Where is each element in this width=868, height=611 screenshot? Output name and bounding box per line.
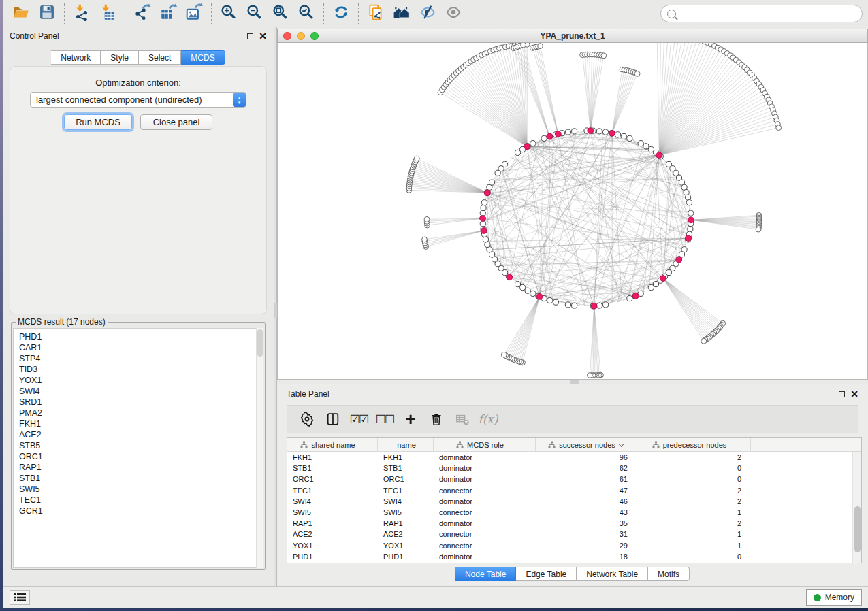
mcds-result-list[interactable]: PHD1CAR1STP4TID3YOX1SWI4SRD1PMA2FKH1ACE2… bbox=[13, 328, 263, 568]
network-graph[interactable] bbox=[278, 43, 868, 380]
table-row[interactable]: YOX1 YOX1 connector 29 1 bbox=[287, 540, 861, 551]
mcds-result-item[interactable]: TID3 bbox=[19, 364, 263, 375]
search-input[interactable] bbox=[679, 9, 862, 18]
column-header[interactable]: predecessor nodes bbox=[637, 438, 751, 451]
mcds-result-item[interactable]: STB5 bbox=[19, 440, 263, 451]
toolbar-separator bbox=[125, 3, 125, 24]
control-panel: Control Panel ✕ NetworkStyleSelectMCDS O… bbox=[3, 27, 274, 586]
column-header[interactable]: name bbox=[378, 438, 434, 451]
zoom-out-button[interactable] bbox=[242, 2, 268, 25]
table-row[interactable]: PHD1 PHD1 dominator 18 0 bbox=[287, 551, 861, 562]
close-panel-icon[interactable]: ✕ bbox=[850, 391, 858, 397]
table-row[interactable]: ORC1 ORC1 dominator 61 0 bbox=[287, 474, 861, 484]
hierarchy-icon bbox=[300, 441, 308, 448]
table-panel-header: Table Panel ✕ bbox=[277, 384, 868, 403]
task-list-button[interactable] bbox=[10, 590, 30, 605]
mcds-result-item[interactable]: PHD1 bbox=[19, 331, 263, 342]
mcds-result-item[interactable]: STP4 bbox=[19, 353, 263, 364]
table-mode-gear-button[interactable] bbox=[295, 408, 319, 431]
open-session-button[interactable] bbox=[8, 2, 34, 25]
network-canvas[interactable] bbox=[277, 43, 868, 380]
optimization-criterion-select[interactable]: largest connected component (undirected)… bbox=[30, 92, 246, 108]
eye-icon bbox=[445, 3, 462, 24]
scrollbar-thumb[interactable] bbox=[257, 329, 263, 357]
table-row[interactable]: TEC1 TEC1 connector 47 2 bbox=[287, 485, 861, 496]
show-eye-button[interactable] bbox=[440, 2, 466, 25]
eye-slash-icon bbox=[419, 3, 436, 24]
add-column-button[interactable]: + bbox=[399, 408, 422, 431]
table-row[interactable]: STB1 STB1 dominator 62 0 bbox=[287, 463, 861, 474]
delete-columns-button[interactable] bbox=[425, 408, 448, 431]
mcds-result-item[interactable]: TEC1 bbox=[19, 495, 263, 506]
hide-selected-button[interactable] bbox=[415, 2, 440, 25]
table-row[interactable]: SWI4 SWI4 dominator 46 2 bbox=[287, 496, 861, 507]
import-table-icon bbox=[99, 3, 116, 24]
import-table-button[interactable] bbox=[95, 2, 120, 25]
control-panel-tab[interactable]: Style bbox=[101, 50, 139, 65]
toolbar-separator bbox=[358, 3, 359, 24]
export-network-button[interactable] bbox=[129, 2, 155, 25]
network-view-titlebar[interactable]: YPA_prune.txt_1 bbox=[277, 29, 868, 43]
mcds-result-item[interactable]: RAP1 bbox=[19, 462, 263, 473]
table-tab[interactable]: Edge Table bbox=[516, 567, 577, 581]
table-row[interactable]: FKH1 FKH1 dominator 96 2 bbox=[287, 452, 861, 463]
splitter-handle[interactable] bbox=[570, 380, 579, 384]
close-panel-button[interactable]: Close panel bbox=[140, 114, 212, 130]
control-panel-tab[interactable]: MCDS bbox=[181, 50, 225, 65]
mcds-result-item[interactable]: GCR1 bbox=[19, 506, 263, 516]
column-header[interactable]: MCDS role bbox=[434, 438, 536, 451]
mcds-result-item[interactable]: FKH1 bbox=[19, 418, 263, 429]
mcds-result-item[interactable]: ACE2 bbox=[19, 429, 263, 440]
control-panel-tab[interactable]: Select bbox=[139, 50, 181, 65]
table-tab[interactable]: Node Table bbox=[455, 567, 517, 581]
control-panel-tab[interactable]: Network bbox=[51, 50, 101, 65]
delete-table-button bbox=[451, 408, 474, 431]
mcds-result-item[interactable]: STB1 bbox=[19, 473, 263, 484]
zoom-in-icon bbox=[220, 3, 238, 24]
table-row[interactable]: ACE2 ACE2 connector 31 1 bbox=[287, 529, 861, 540]
search-field[interactable] bbox=[660, 5, 863, 22]
column-header[interactable]: shared name bbox=[287, 438, 378, 451]
table-tab[interactable]: Network Table bbox=[577, 567, 648, 581]
export-image-button[interactable] bbox=[181, 2, 207, 25]
clone-network-button[interactable] bbox=[363, 2, 389, 25]
run-mcds-button[interactable]: Run MCDS bbox=[64, 114, 132, 130]
import-network-button[interactable] bbox=[69, 2, 95, 25]
memory-button[interactable]: Memory bbox=[806, 589, 862, 606]
table-row[interactable]: RAP1 RAP1 dominator 35 2 bbox=[287, 518, 861, 529]
save-session-button[interactable] bbox=[34, 2, 60, 25]
mcds-result-item[interactable]: CAR1 bbox=[19, 342, 263, 353]
mcds-result-item[interactable]: YOX1 bbox=[19, 375, 263, 386]
deselect-all-button[interactable]: ☐☐ bbox=[373, 408, 396, 431]
mcds-result-item[interactable]: SRD1 bbox=[19, 397, 263, 408]
table-row[interactable]: SWI5 SWI5 connector 43 1 bbox=[287, 507, 861, 518]
show-columns-button[interactable] bbox=[321, 408, 344, 431]
zoom-selected-button[interactable] bbox=[293, 2, 319, 25]
table-tab[interactable]: Motifs bbox=[648, 567, 690, 581]
refresh-network-button[interactable] bbox=[328, 2, 354, 25]
export-table-icon bbox=[159, 3, 177, 24]
table-scrollbar[interactable] bbox=[852, 452, 861, 563]
zoom-fit-button[interactable] bbox=[268, 2, 293, 25]
import-network-icon bbox=[73, 3, 91, 24]
table-panel-title: Table Panel bbox=[287, 389, 329, 399]
table-body: FKH1 FKH1 dominator 96 2 STB1 STB1 domin… bbox=[287, 452, 861, 562]
column-header[interactable]: successor nodes bbox=[536, 438, 637, 451]
horizontal-splitter[interactable] bbox=[277, 380, 868, 384]
optimization-criterion-value: largest connected component (undirected) bbox=[36, 95, 202, 105]
memory-label: Memory bbox=[825, 593, 854, 602]
mcds-result-item[interactable]: SWI5 bbox=[19, 484, 263, 495]
mcds-result-item[interactable]: PMA2 bbox=[19, 408, 263, 418]
float-panel-icon[interactable] bbox=[839, 391, 845, 397]
float-panel-icon[interactable] bbox=[247, 33, 253, 39]
mcds-result-item[interactable]: SWI4 bbox=[19, 386, 263, 397]
network-view-frame: YPA_prune.txt_1 bbox=[277, 29, 868, 380]
home-button[interactable] bbox=[389, 2, 415, 25]
scrollbar-thumb[interactable] bbox=[854, 506, 861, 552]
mcds-result-item[interactable]: ORC1 bbox=[19, 451, 263, 462]
zoom-in-button[interactable] bbox=[216, 2, 242, 25]
export-table-button[interactable] bbox=[155, 2, 181, 25]
select-all-button[interactable]: ☑☑ bbox=[347, 408, 370, 431]
mcds-list-scrollbar[interactable] bbox=[256, 328, 263, 568]
close-panel-icon[interactable]: ✕ bbox=[259, 33, 267, 39]
